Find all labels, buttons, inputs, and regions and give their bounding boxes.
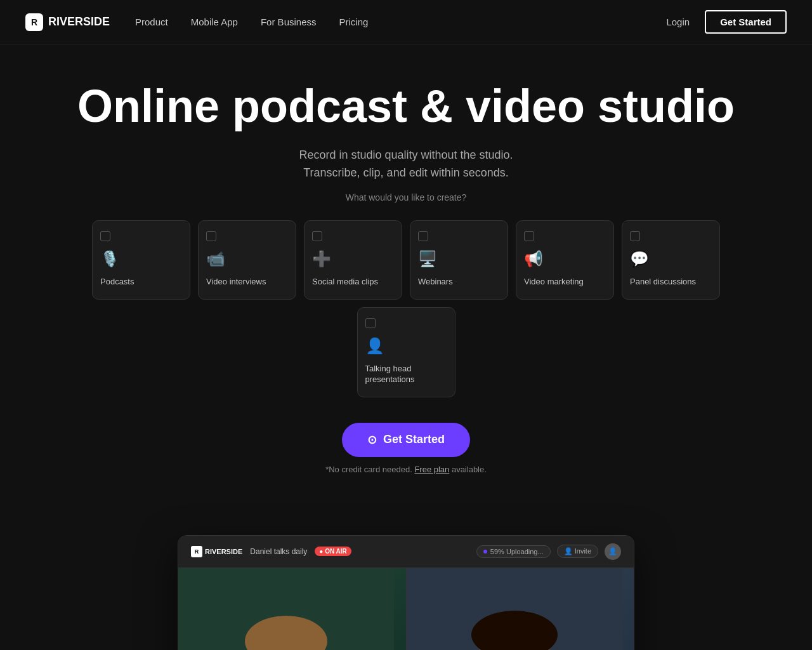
card-label-video-marketing: Video marketing [524, 277, 584, 288]
chat-icon: 💬 [630, 250, 649, 268]
login-button[interactable]: Login [666, 17, 690, 27]
free-plan-link[interactable]: Free plan [414, 465, 449, 474]
card-label-webinars: Webinars [418, 277, 453, 288]
card-checkbox-video-interviews[interactable] [206, 231, 216, 241]
plus-icon: ➕ [312, 250, 331, 268]
daniel-figure [178, 568, 394, 650]
brand-logo[interactable]: R RIVERSIDE [25, 13, 110, 31]
card-checkbox-social-media[interactable] [312, 231, 322, 241]
navbar: R RIVERSIDE Product Mobile App For Busin… [0, 0, 812, 44]
card-checkbox-talking-head[interactable] [365, 318, 376, 328]
cta-note: *No credit card needed. Free plan availa… [25, 465, 787, 474]
video-grid: Daniel [178, 568, 634, 650]
card-social-media-clips[interactable]: ➕ Social media clips [304, 220, 402, 300]
card-label-social-media: Social media clips [312, 277, 378, 288]
card-label-podcasts: Podcasts [100, 277, 134, 288]
stephan-figure [407, 568, 622, 650]
video-cell-stephan: Stephan [406, 568, 634, 650]
record-icon: ⊙ [367, 433, 377, 447]
content-type-cards: 🎙️ Podcasts 📹 Video interviews ➕ Social … [25, 220, 787, 397]
app-preview-section: R RIVERSIDE Daniel talks daily ● ON AIR … [0, 535, 812, 650]
app-window: R RIVERSIDE Daniel talks daily ● ON AIR … [178, 535, 634, 650]
titlebar-right: 59% Uploading... 👤 Invite 👤 [476, 543, 621, 560]
hero-question: What would you like to create? [25, 192, 787, 202]
card-checkbox-podcasts[interactable] [100, 231, 110, 241]
card-panel-discussions[interactable]: 💬 Panel discussions [622, 220, 720, 300]
nav-actions: Login Get Started [666, 10, 787, 34]
session-title: Daniel talks daily [250, 547, 307, 556]
card-checkbox-video-marketing[interactable] [524, 231, 534, 241]
hero-subtitle: Record in studio quality without the stu… [25, 146, 787, 183]
app-logo-small: R RIVERSIDE [191, 546, 242, 557]
card-label-video-interviews: Video interviews [206, 277, 266, 288]
app-logo-box: R [191, 546, 202, 557]
nav-mobile-app[interactable]: Mobile App [191, 17, 238, 27]
nav-product[interactable]: Product [135, 17, 168, 27]
nav-links: Product Mobile App For Business Pricing [135, 17, 666, 27]
hero-title: Online podcast & video studio [25, 83, 787, 131]
app-titlebar: R RIVERSIDE Daniel talks daily ● ON AIR … [178, 536, 634, 568]
video-cell-daniel: Daniel [178, 568, 406, 650]
card-checkbox-panel[interactable] [630, 231, 640, 241]
podcast-icon: 🎙️ [100, 250, 119, 268]
nav-for-business[interactable]: For Business [261, 17, 317, 27]
card-video-marketing[interactable]: 📢 Video marketing [516, 220, 614, 300]
brand-name: RIVERSIDE [48, 15, 110, 29]
hero-section: Online podcast & video studio Record in … [0, 44, 812, 510]
megaphone-icon: 📢 [524, 250, 543, 268]
card-label-talking-head: Talking head presentations [365, 364, 447, 385]
on-air-badge: ● ON AIR [315, 547, 351, 556]
card-label-panel: Panel discussions [630, 277, 696, 288]
video-icon: 📹 [206, 250, 225, 268]
upload-dot [483, 550, 487, 554]
titlebar-left: R RIVERSIDE Daniel talks daily ● ON AIR [191, 546, 351, 557]
card-webinars[interactable]: 🖥️ Webinars [410, 220, 508, 300]
upload-indicator: 59% Uploading... [476, 545, 551, 558]
nav-pricing[interactable]: Pricing [339, 17, 369, 27]
user-avatar: 👤 [605, 543, 621, 560]
card-podcasts[interactable]: 🎙️ Podcasts [92, 220, 190, 300]
cta-section: ⊙ Get Started *No credit card needed. Fr… [25, 418, 787, 484]
main-get-started-button[interactable]: ⊙ Get Started [342, 423, 470, 457]
card-talking-head[interactable]: 👤 Talking head presentations [357, 307, 455, 397]
webinar-icon: 🖥️ [418, 250, 437, 268]
invite-button[interactable]: 👤 Invite [557, 545, 598, 558]
card-checkbox-webinars[interactable] [418, 231, 428, 241]
logo-icon: R [25, 13, 43, 31]
nav-get-started-button[interactable]: Get Started [705, 10, 787, 34]
person-icon: 👤 [365, 337, 384, 355]
card-video-interviews[interactable]: 📹 Video interviews [198, 220, 296, 300]
get-started-label: Get Started [383, 433, 445, 446]
